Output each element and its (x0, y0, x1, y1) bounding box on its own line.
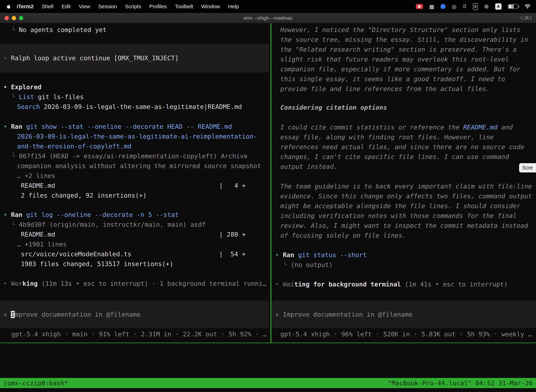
tmux-session-window[interactable]: [omx-cczip0:bash* (3, 379, 68, 387)
thinking-line: slight risk that future readers may over… (272, 54, 536, 64)
apple-menu-icon[interactable] (6, 4, 11, 9)
no-output-line: └ (no output) (272, 260, 536, 270)
log-stat-file2: src/voice/voiceModeEnabled.ts | 54 + (0, 249, 270, 259)
explored-item-list: └ List git ls-files (0, 92, 270, 102)
macos-menubar: iTerm2 Shell Edit View Session Scripts P… (0, 0, 536, 13)
waiting-status: • Waiting for background terminal (1m 41… (272, 280, 536, 289)
readme-link[interactable]: README.md (463, 124, 498, 131)
menu-profiles[interactable]: Profiles (145, 4, 171, 9)
thinking-line: review. Also, I might want to inspect th… (272, 221, 536, 231)
terminal-viewport: └ No agents completed yet › Ralph loop a… (0, 23, 536, 392)
traffic-lights (5, 16, 23, 20)
working-status: • Working (11m 13s • esc to interrupt) ·… (0, 279, 270, 289)
pane-divider-vertical[interactable] (270, 23, 271, 343)
minimize-window-button[interactable] (12, 16, 16, 20)
pane-right[interactable]: However, I noticed the "Directory Struct… (272, 23, 536, 343)
close-window-button[interactable] (5, 16, 9, 20)
menu-help[interactable]: Help (224, 4, 243, 9)
window-titlebar[interactable]: omx --xhigh --madmax ⌥⌘1 (0, 13, 536, 23)
disc-app-icon[interactable]: ◎ (452, 4, 456, 10)
show-filename-line1: 2026-03-09-is-legal-the-same-as-legitima… (0, 131, 270, 141)
menu-scripts[interactable]: Scripts (121, 4, 145, 9)
blue-app-icon[interactable] (440, 4, 445, 9)
thinking-line: references need actual files, and since … (272, 142, 536, 152)
ran-git-show: • Ran git show --stat --oneline --decora… (0, 122, 270, 131)
window-shortcut-badge: ⌥⌘1 (519, 15, 532, 21)
ralph-inject-banner: › Ralph loop active continue [OMX_TMUX_I… (0, 44, 269, 73)
menu-shell[interactable]: Shell (38, 4, 57, 9)
thinking-line: the "Related research writing" section i… (272, 45, 536, 54)
text-cursor: I (11, 311, 15, 318)
prompt-input-left[interactable]: › Improve documentation in @filename (0, 300, 269, 328)
menu-window[interactable]: Window (197, 4, 224, 9)
battery-icon[interactable]: 61 (508, 4, 518, 9)
menu-iterm2[interactable]: iTerm2 (13, 4, 38, 9)
show-stat-summary: 2 files changed, 92 insertions(+) (0, 191, 270, 201)
prompt-input-right[interactable]: › Improve documentation in @filename (272, 300, 536, 328)
show-commit-line: └ 067f154 (HEAD -> essay/ai-reimplementa… (0, 151, 270, 161)
left-statusline: gpt-5.4 xhigh · main · 91% left · 2.31M … (0, 329, 270, 339)
log-more-lines: … +1901 lines (0, 239, 270, 249)
log-stat-summary: 1903 files changed, 513517 insertions(+) (0, 259, 270, 269)
thinking-line: including verification notes with those … (272, 211, 536, 221)
record-dot (418, 5, 421, 8)
thinking-line: changes, I can't cite specific file line… (272, 152, 536, 162)
show-commit-line2: companion analysis without altering the … (0, 161, 270, 171)
thinking-line: the source tree, missing the essay. Stil… (272, 35, 536, 45)
zoom-window-button[interactable] (19, 16, 23, 20)
thinking-line: this single essay, it seems like a good … (272, 74, 536, 84)
menu-view[interactable]: View (75, 4, 94, 9)
menu-edit[interactable]: Edit (57, 4, 75, 9)
omx-status-bar: [OMX#0.11.9] cczip/essay/ai-reimplementa… (0, 349, 536, 359)
thinking-line: output instead. (272, 162, 536, 172)
log-commit-line: └ 4b9d30f (origin/main, instructkr/main,… (0, 220, 270, 229)
dots-grid-icon[interactable]: ⠿ (463, 4, 467, 10)
right-statusline: gpt-5.4 xhigh · 96% left · 520K in · 5.8… (272, 329, 536, 339)
no-agents-line: └ No agents completed yet (0, 25, 270, 35)
input-source-icon[interactable]: A (495, 3, 502, 10)
thinking-line: might be acceptable alongside the file l… (272, 201, 536, 211)
menubar-status-icons: ▦ ◎ ⠿ 8 ⚙ A 61 (416, 3, 532, 10)
thinking-line-with-link: I could cite commit statistics or refere… (272, 122, 536, 132)
battery-percent: 61 (508, 5, 518, 9)
thinking-line: essay file, along with finding root file… (272, 132, 536, 142)
thinking-line: evidence. Since this change only affects… (272, 191, 536, 201)
battery-cap (518, 6, 519, 8)
tmux-status-bar: [omx-cczip0:bash* "MacBook-Pro-44.local"… (0, 378, 536, 388)
grid-app-icon[interactable]: ▦ (429, 4, 434, 10)
explored-header: • Explored (0, 82, 270, 92)
log-stat-file: README.md | 280 + (0, 229, 270, 239)
screen-edge-tooltip[interactable]: Scre (519, 163, 536, 173)
explored-item-search: Search 2026-03-09-is-legal-the-same-as-l… (0, 102, 270, 112)
ran-git-log: • Ran git log --oneline --decorate -n 5 … (0, 210, 270, 220)
pane-left[interactable]: └ No agents completed yet › Ralph loop a… (0, 23, 270, 343)
menu-session[interactable]: Session (94, 4, 121, 9)
screen-recording-stop-icon[interactable] (416, 4, 423, 9)
thinking-line: companion file, especially if more comme… (272, 64, 536, 74)
show-filename-line2: and-the-erosion-of-copyleft.md (0, 141, 270, 151)
menu-toolbelt[interactable]: Toolbelt (171, 4, 197, 9)
ralph-inject-line: › Ralph loop active continue [OMX_TMUX_I… (0, 53, 269, 63)
ran-git-status: • Ran git status --short (272, 250, 536, 260)
thinking-line: However, I noticed the "Directory Struct… (272, 25, 536, 35)
thinking-line: provide file and line references from th… (272, 84, 536, 94)
thinking-heading: Considering citation options (272, 103, 536, 112)
thinking-line: The team guideline is to back every impo… (272, 182, 536, 191)
keypad-icon[interactable]: 8 (473, 3, 478, 10)
show-more-lines: … +2 lines (0, 171, 270, 181)
show-stat-file: README.md | 4 + (0, 181, 270, 191)
gear-icon[interactable]: ⚙ (484, 4, 489, 10)
window-title: omx --xhigh --madmax (243, 15, 293, 21)
thinking-line: of focusing solely on file lines. (272, 231, 536, 240)
wifi-icon[interactable] (524, 4, 531, 9)
tmux-host-time: "MacBook-Pro-44.local" 04:52 31-Mar-26 (388, 379, 533, 387)
pane-divider-horizontal (0, 343, 536, 343)
